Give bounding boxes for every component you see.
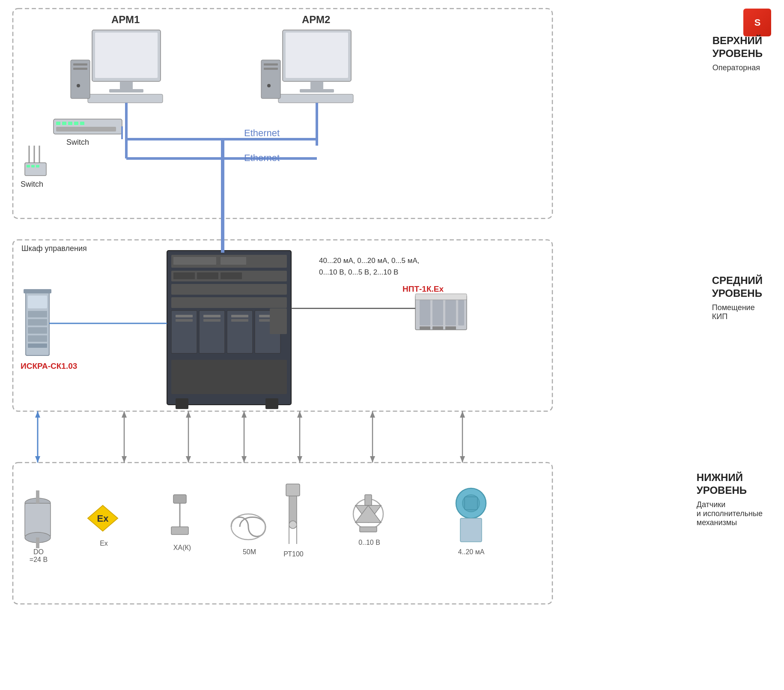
svg-rect-43 xyxy=(173,257,216,265)
apm1-label: АРМ1 xyxy=(111,14,140,26)
svg-rect-13 xyxy=(286,33,348,78)
svg-rect-69 xyxy=(28,296,47,308)
shkaf-label: Шкаф управления xyxy=(21,244,87,253)
svg-rect-72 xyxy=(28,327,47,334)
npt-label: НПТ-1К.Ех xyxy=(402,284,444,294)
svg-rect-70 xyxy=(28,311,47,317)
svg-rect-59 xyxy=(176,319,193,322)
temp-transmitter-label: 4..20 мА xyxy=(457,548,485,556)
svg-point-20 xyxy=(267,84,271,87)
svg-rect-109 xyxy=(25,503,51,538)
svg-rect-34 xyxy=(36,165,39,167)
upper-level-subtitle: Операторная xyxy=(712,63,763,72)
svg-rect-50 xyxy=(171,297,287,308)
upper-level-title: ВЕРХНИЙ УРОВЕНЬ xyxy=(712,34,763,60)
svg-marker-98 xyxy=(241,456,247,463)
svg-rect-55 xyxy=(176,315,193,317)
switch2-label: Switch xyxy=(21,180,43,189)
svg-rect-120 xyxy=(289,495,297,525)
svg-marker-100 xyxy=(297,411,302,418)
svg-marker-106 xyxy=(460,411,465,418)
svg-rect-7 xyxy=(88,94,163,103)
svg-rect-62 xyxy=(259,319,276,322)
svg-rect-15 xyxy=(300,89,334,93)
svg-rect-45 xyxy=(171,271,287,281)
svg-rect-0 xyxy=(13,9,552,218)
svg-rect-19 xyxy=(264,68,278,70)
svg-rect-33 xyxy=(31,165,35,167)
svg-rect-9 xyxy=(73,63,87,66)
svg-rect-12 xyxy=(283,30,351,81)
svg-rect-79 xyxy=(432,300,443,326)
svg-rect-41 xyxy=(167,251,291,405)
svg-point-121 xyxy=(289,521,297,529)
svg-rect-25 xyxy=(74,122,78,125)
svg-marker-126 xyxy=(355,505,381,523)
svg-rect-14 xyxy=(310,81,323,90)
svg-rect-57 xyxy=(231,315,248,317)
svg-rect-16 xyxy=(278,94,353,103)
svg-rect-64 xyxy=(265,398,278,409)
svg-rect-4 xyxy=(95,33,158,78)
50m-label: 50М xyxy=(238,548,261,556)
lower-level-subtitle: Датчики и исполнительные механизмы xyxy=(697,500,763,527)
svg-rect-56 xyxy=(203,315,221,317)
svg-rect-129 xyxy=(360,527,377,532)
svg-rect-116 xyxy=(173,495,186,503)
svg-rect-17 xyxy=(261,60,280,99)
svg-point-130 xyxy=(456,488,486,518)
svg-point-11 xyxy=(77,84,80,87)
svg-rect-53 xyxy=(227,311,253,353)
svg-marker-104 xyxy=(370,456,375,463)
svg-marker-101 xyxy=(297,456,302,463)
hak-label: ХА(К) xyxy=(170,544,194,552)
svg-rect-21 xyxy=(54,119,122,134)
svg-marker-95 xyxy=(186,456,191,463)
ex-label: Ех xyxy=(92,540,116,547)
middle-level-block: СРЕДНИЙ УРОВЕНЬ Помещение КИП xyxy=(712,274,763,321)
svg-point-108 xyxy=(25,498,51,508)
svg-rect-61 xyxy=(231,319,248,322)
svg-rect-32 xyxy=(27,165,30,167)
svg-rect-83 xyxy=(432,326,443,330)
svg-rect-77 xyxy=(415,296,467,330)
svg-rect-31 xyxy=(25,163,46,176)
svg-rect-23 xyxy=(62,122,66,125)
svg-rect-122 xyxy=(286,484,300,496)
svg-marker-94 xyxy=(186,411,191,418)
svg-rect-128 xyxy=(365,495,372,505)
svg-rect-8 xyxy=(71,60,90,99)
svg-marker-113 xyxy=(88,505,118,531)
switch1-label: Switch xyxy=(66,138,89,147)
svg-rect-3 xyxy=(92,30,161,81)
svg-marker-127 xyxy=(355,505,381,523)
svg-rect-5 xyxy=(120,81,133,90)
lower-level-title: НИЖНИЙ УРОВЕНЬ xyxy=(697,471,763,497)
svg-rect-131 xyxy=(460,518,482,542)
svg-rect-71 xyxy=(28,319,47,326)
svg-marker-97 xyxy=(241,411,247,418)
svg-marker-88 xyxy=(35,411,40,418)
svg-rect-6 xyxy=(109,89,143,93)
ethernet2-label: Ethernet xyxy=(244,152,280,164)
upper-level-block: ВЕРХНИЙ УРОВЕНЬ Операторная xyxy=(712,34,763,72)
svg-point-125 xyxy=(353,499,383,529)
svg-rect-22 xyxy=(56,122,60,125)
svg-marker-91 xyxy=(122,411,127,418)
svg-marker-89 xyxy=(35,456,40,463)
svg-rect-84 xyxy=(445,326,456,330)
svg-marker-103 xyxy=(370,411,375,418)
svg-marker-92 xyxy=(122,456,127,463)
svg-rect-81 xyxy=(458,300,464,326)
svg-rect-26 xyxy=(80,122,84,125)
svg-rect-73 xyxy=(28,335,47,342)
pt100-label: РТ100 xyxy=(282,550,305,558)
svg-text:Ex: Ex xyxy=(97,513,109,524)
svg-rect-47 xyxy=(197,272,218,279)
valve-label: 0..10 В xyxy=(355,539,383,547)
svg-point-110 xyxy=(25,532,51,543)
svg-rect-78 xyxy=(420,300,430,326)
ethernet1-label: Ethernet xyxy=(244,128,280,139)
apm2-label: АРМ2 xyxy=(302,14,330,26)
svg-rect-111 xyxy=(36,490,39,503)
